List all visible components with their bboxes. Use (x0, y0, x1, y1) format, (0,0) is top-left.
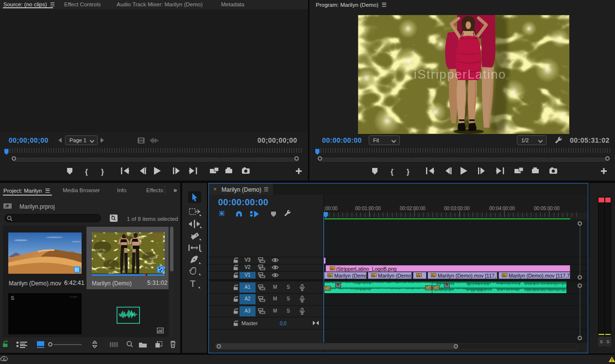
svg-text:T: T (190, 279, 196, 289)
svg-text:{: { (391, 167, 393, 176)
svg-text:iStripperLatino: iStripperLatino (414, 67, 506, 82)
svg-text:{: { (85, 167, 88, 176)
svg-text:iStripper: iStripper (154, 234, 162, 237)
svg-text:}: } (407, 167, 410, 176)
svg-text:}: } (101, 167, 104, 176)
svg-text:❉: ❉ (94, 234, 97, 238)
